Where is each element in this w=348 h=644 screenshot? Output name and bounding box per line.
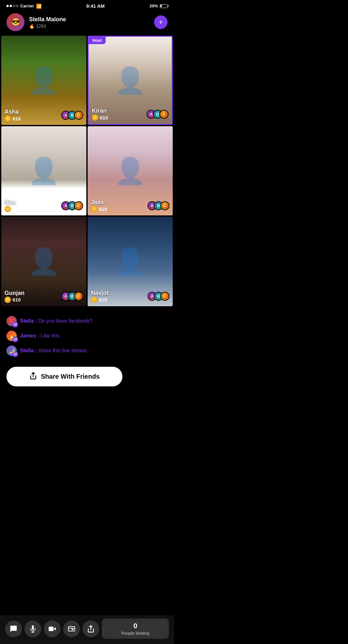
chat-text-3: Stella : share this live stream — [20, 348, 87, 354]
coins-value-asha: 610 — [13, 116, 21, 121]
cell-name-kiran: Kiran 🪙 610 — [92, 108, 108, 121]
coins-value-kiran: 610 — [100, 115, 108, 120]
coins-jass: 🪙 610 — [91, 206, 107, 212]
battery-percent: 20% — [150, 4, 158, 8]
share-button-icon — [29, 372, 37, 381]
cell-bottom-jass: Jass 🪙 610 A B C — [91, 199, 169, 212]
video-cell-kiran[interactable]: 👤 Host Kiran 🪙 610 A B C — [88, 36, 173, 125]
avatar-container: 😎 — [6, 13, 24, 31]
cell-bottom-ritu: Ritu 🪙 610 A B C — [5, 199, 83, 212]
chat-user-1: Stella : — [20, 318, 38, 324]
battery-icon — [160, 4, 168, 8]
chat-message-1: ❤️ 12 Stella : Do you have facebook? — [6, 316, 168, 326]
chat-section: ❤️ 12 Stella : Do you have facebook? 🔥 1… — [0, 313, 174, 365]
person-silhouette-kiran: 👤 — [114, 65, 146, 96]
coins-value-navjot: 610 — [99, 297, 107, 302]
avatar: 😎 — [6, 13, 24, 31]
viewer-avatar-3-asha: C — [74, 111, 83, 120]
viewer-avatars-jass: A B C — [148, 201, 169, 210]
name-label-jass: Jass — [91, 199, 107, 206]
status-bar: Carrier 📶 9:41 AM 20% — [0, 0, 174, 11]
video-cell-gunjan[interactable]: 👤 Gunjan 🪙 610 A B C — [1, 217, 86, 306]
viewer-avatar-3-kiran: C — [160, 110, 169, 119]
cell-name-navjot: Navjot 🪙 610 — [91, 290, 109, 303]
person-silhouette-ritu: 👤 — [28, 156, 60, 186]
coins-value-jass: 610 — [99, 206, 107, 212]
cell-name-asha: Asha 🪙 610 — [5, 109, 21, 122]
add-icon: + — [159, 18, 163, 26]
coins-kiran: 🪙 610 — [92, 114, 108, 121]
signal-dot-4 — [16, 5, 18, 7]
coin-icon-ritu: 🪙 — [5, 206, 11, 212]
badge-number-3: 12 — [12, 351, 18, 357]
name-label-kiran: Kiran — [92, 108, 108, 114]
chat-message-2: 🔥 12 James : Like this — [6, 331, 168, 341]
coin-icon-asha: 🪙 — [5, 115, 11, 122]
chat-content-2: Like this — [41, 333, 60, 338]
name-label-navjot: Navjot — [91, 290, 109, 297]
viewer-avatars-gunjan: A B C — [61, 292, 83, 301]
person-silhouette-navjot: 👤 — [114, 246, 146, 277]
chat-user-2: James : — [20, 333, 41, 338]
chat-badge-1: ❤️ 12 — [6, 316, 17, 326]
name-label-asha: Asha — [5, 109, 21, 115]
coins-navjot: 🪙 610 — [91, 297, 109, 303]
coins-gunjan: 🪙 610 — [5, 297, 24, 303]
cell-bottom-kiran: Kiran 🪙 610 A B C — [92, 108, 169, 121]
coins-value-gunjan: 610 — [13, 297, 21, 302]
chat-badge-3: 🌙 12 — [6, 346, 17, 356]
score-value: 1263 — [36, 24, 46, 29]
coin-icon-navjot: 🪙 — [91, 297, 97, 303]
battery-fill — [160, 5, 162, 7]
person-silhouette-jass: 👤 — [114, 156, 146, 186]
name-label-gunjan: Gunjan — [5, 290, 24, 297]
signal-dot-1 — [6, 5, 9, 7]
share-button-label: Share With Friends — [41, 373, 100, 380]
chat-user-3: Stella : — [20, 348, 38, 353]
viewer-avatar-3-navjot: C — [160, 292, 169, 301]
carrier-label: Carrier — [20, 4, 34, 8]
chat-text-1: Stella : Do you have facebook? — [20, 318, 92, 324]
viewer-avatars-navjot: A B C — [148, 292, 169, 301]
share-with-friends-button[interactable]: Share With Friends — [6, 367, 122, 386]
badge-number-2: 12 — [12, 336, 18, 342]
share-button-container: Share With Friends — [0, 365, 174, 393]
status-time: 9:41 AM — [86, 3, 105, 9]
chat-content-1: Do you have facebook? — [38, 318, 92, 324]
coin-icon-gunjan: 🪙 — [5, 297, 11, 303]
video-cell-jass[interactable]: 👤 Jass 🪙 610 A B C — [88, 126, 173, 215]
viewer-avatars-kiran: A B C — [147, 110, 169, 119]
avatar-emoji: 😎 — [11, 18, 20, 26]
signal-dot-3 — [13, 5, 15, 7]
cell-name-ritu: Ritu 🪙 610 — [5, 199, 21, 212]
status-right: 20% — [150, 4, 168, 8]
cell-name-jass: Jass 🪙 610 — [91, 199, 107, 212]
user-info: Stella Malone 🔥 1263 — [29, 16, 150, 29]
signal-dot-2 — [10, 5, 12, 7]
viewer-avatar-3-gunjan: C — [74, 292, 83, 301]
chat-message-3: 🌙 12 Stella : share this live stream — [6, 346, 168, 356]
chat-badge-2: 🔥 12 — [6, 331, 17, 341]
status-left: Carrier 📶 — [6, 4, 42, 9]
user-name: Stella Malone — [29, 16, 150, 23]
coin-icon-jass: 🪙 — [91, 206, 97, 212]
viewer-avatars-asha: A B C — [61, 111, 83, 120]
coins-asha: 🪙 610 — [5, 115, 21, 122]
coin-icon-kiran: 🪙 — [92, 114, 98, 121]
person-silhouette-asha: 👤 — [28, 65, 60, 96]
cell-bottom-navjot: Navjot 🪙 610 A B C — [91, 290, 169, 303]
person-silhouette-gunjan: 👤 — [28, 246, 60, 277]
video-cell-asha[interactable]: 👤 Asha 🪙 610 A B C — [1, 36, 86, 125]
video-cell-ritu[interactable]: 👤 Ritu 🪙 610 A B C — [1, 126, 86, 215]
signal-dots — [6, 5, 18, 7]
viewer-avatar-3-jass: C — [160, 201, 169, 210]
user-header: 😎 Stella Malone 🔥 1263 + — [0, 11, 174, 36]
name-label-ritu: Ritu — [5, 199, 21, 206]
badge-number-1: 12 — [12, 322, 18, 327]
video-cell-navjot[interactable]: 👤 Navjot 🪙 610 A B C — [88, 217, 173, 306]
user-score: 🔥 1263 — [29, 24, 150, 29]
viewer-avatars-ritu: A B C — [61, 201, 83, 210]
add-button[interactable]: + — [154, 15, 168, 29]
viewer-avatar-3-ritu: C — [74, 201, 83, 210]
chat-content-3: share this live stream — [38, 348, 87, 353]
